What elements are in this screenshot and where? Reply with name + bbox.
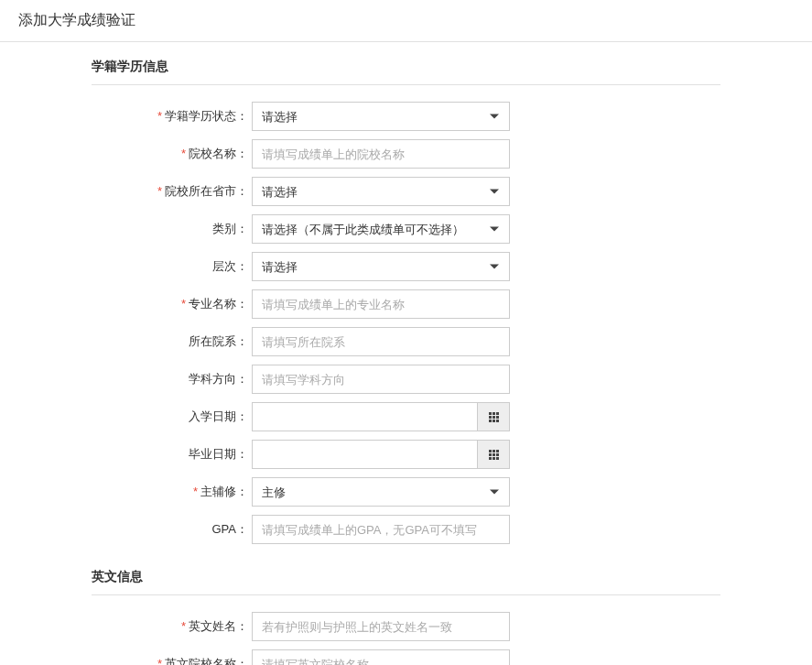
calendar-icon — [489, 412, 499, 422]
row-major: *专业名称： — [92, 289, 720, 319]
input-grad-date[interactable] — [252, 440, 477, 469]
label-enroll-date: 入学日期： — [92, 409, 252, 425]
calendar-icon — [489, 450, 499, 460]
select-level[interactable]: 请选择 — [252, 252, 510, 281]
row-department: 所在院系： — [92, 327, 720, 356]
row-direction: 学科方向： — [92, 365, 720, 394]
row-category: 类别： 请选择（不属于此类成绩单可不选择） — [92, 214, 720, 244]
row-major-minor: *主辅修： 主修 — [92, 477, 720, 507]
input-school[interactable] — [252, 139, 510, 169]
label-major-minor: *主辅修： — [92, 484, 252, 500]
select-status[interactable]: 请选择 — [252, 102, 510, 131]
label-major: *专业名称： — [92, 296, 252, 312]
form-container: 学籍学历信息 *学籍学历状态： 请选择 *院校名称： *院校所在省市： 请选择 — [0, 42, 812, 665]
label-category: 类别： — [92, 221, 252, 237]
input-major[interactable] — [252, 289, 510, 319]
row-status: *学籍学历状态： 请选择 — [92, 102, 720, 131]
row-gpa: GPA： — [92, 515, 720, 544]
input-direction[interactable] — [252, 365, 510, 394]
label-en-name: *英文姓名： — [92, 618, 252, 635]
row-en-school: *英文院校名称： — [92, 649, 720, 665]
label-province: *院校所在省市： — [92, 183, 252, 200]
section-education-title: 学籍学历信息 — [92, 42, 720, 85]
label-en-school: *英文院校名称： — [92, 656, 252, 665]
section-english-title: 英文信息 — [92, 552, 720, 595]
label-status: *学籍学历状态： — [92, 108, 252, 125]
row-level: 层次： 请选择 — [92, 252, 720, 281]
select-province[interactable]: 请选择 — [252, 177, 510, 206]
row-grad-date: 毕业日期： — [92, 440, 720, 469]
input-gpa[interactable] — [252, 515, 510, 544]
label-level: 层次： — [92, 258, 252, 275]
row-school: *院校名称： — [92, 139, 720, 169]
page-title: 添加大学成绩验证 — [0, 0, 812, 42]
row-en-name: *英文姓名： — [92, 612, 720, 641]
label-department: 所在院系： — [92, 333, 252, 350]
input-department[interactable] — [252, 327, 510, 356]
label-gpa: GPA： — [92, 521, 252, 538]
input-en-name[interactable] — [252, 612, 510, 641]
input-enroll-date[interactable] — [252, 402, 477, 431]
row-enroll-date: 入学日期： — [92, 402, 720, 431]
row-province: *院校所在省市： 请选择 — [92, 177, 720, 206]
label-grad-date: 毕业日期： — [92, 446, 252, 463]
select-category[interactable]: 请选择（不属于此类成绩单可不选择） — [252, 214, 510, 244]
calendar-button-enroll[interactable] — [477, 402, 510, 431]
calendar-button-grad[interactable] — [477, 440, 510, 469]
label-direction: 学科方向： — [92, 371, 252, 387]
input-en-school[interactable] — [252, 649, 510, 665]
select-major-minor[interactable]: 主修 — [252, 477, 510, 507]
label-school: *院校名称： — [92, 146, 252, 162]
